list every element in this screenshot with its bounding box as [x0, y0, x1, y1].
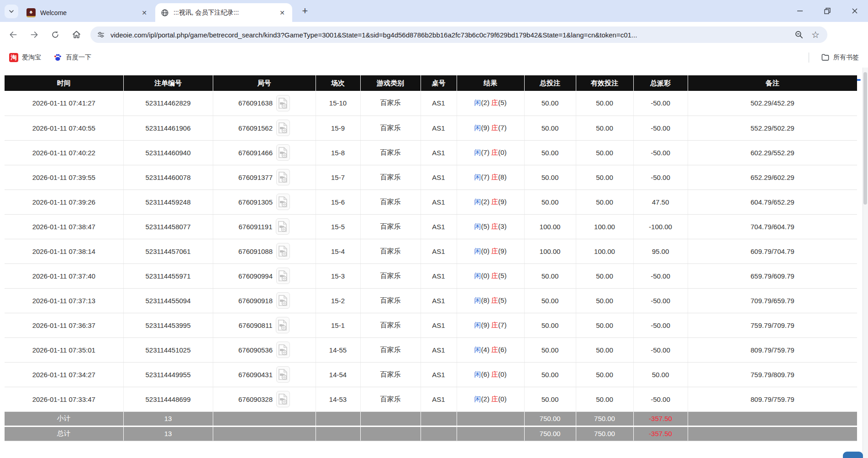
round-no-text: 676091088 — [238, 247, 273, 255]
new-tab-button[interactable]: + — [299, 5, 311, 17]
valid-bet-sum: 750.00 — [576, 426, 633, 441]
cell-total-bet: 50.00 — [524, 140, 576, 165]
result-player-score: (8) — [481, 296, 492, 304]
home-button[interactable] — [68, 27, 84, 42]
result-banker-score: (7) — [498, 124, 506, 132]
site-settings-icon[interactable] — [97, 31, 105, 39]
round-no-wrap: 676091191 — [239, 218, 290, 235]
result-player-label: 闲 — [474, 395, 481, 403]
column-header: 游戏类别 — [360, 75, 421, 91]
bookmark-star-button[interactable]: ☆ — [810, 29, 821, 40]
round-no-text: 676091638 — [238, 99, 273, 107]
url-omnibox[interactable]: videoie.com/ipl/portal.php/game/betrecor… — [90, 26, 827, 43]
column-header: 桌号 — [421, 75, 457, 91]
cell-order-no: 523114457061 — [123, 239, 213, 263]
result-banker-score: (8) — [498, 173, 506, 181]
round-no-text: 676091466 — [238, 149, 273, 157]
cell-note: 604.79/652.29 — [688, 190, 857, 214]
forward-button[interactable] — [26, 27, 42, 42]
result-player-label: 闲 — [474, 247, 481, 255]
result-player-score: (2) — [481, 99, 492, 106]
video-replay-button[interactable] — [276, 317, 289, 333]
result-banker-label: 庄 — [491, 148, 498, 156]
cell-result: 闲(2) 庄(5) — [457, 91, 524, 116]
round-no-text: 676091305 — [238, 198, 273, 206]
video-replay-button[interactable] — [276, 144, 290, 161]
cell-order-no: 523114453995 — [123, 313, 213, 337]
video-replay-button[interactable] — [276, 292, 290, 309]
grandtotal-row: 总计13750.00750.00-357.50 — [5, 426, 857, 441]
minimize-button[interactable] — [794, 5, 806, 17]
result-player-label: 闲 — [474, 173, 481, 181]
video-replay-button[interactable] — [276, 268, 290, 284]
result-banker-score: (5) — [498, 272, 506, 279]
cell-table-no: AS1 — [421, 313, 457, 337]
result-player-label: 闲 — [474, 272, 481, 279]
cell-table-no: AS1 — [421, 91, 457, 116]
tab-title: :::视讯, 会员下注纪录::: — [174, 9, 273, 17]
table-footer: 小计13750.00750.00-357.50总计13750.00750.00-… — [5, 411, 857, 441]
video-replay-button[interactable] — [276, 169, 290, 185]
result-player-label: 闲 — [474, 124, 481, 132]
zoom-indicator-button[interactable] — [794, 29, 805, 40]
tab-search-button[interactable] — [5, 5, 18, 18]
valid-bet-sum: 750.00 — [576, 411, 633, 426]
restore-icon — [824, 8, 831, 14]
total-count: 13 — [123, 426, 213, 441]
cell-result: 闲(5) 庄(3) — [457, 214, 524, 239]
tab-close-icon[interactable]: ✕ — [140, 8, 149, 17]
scrollbar-thumb[interactable] — [863, 72, 867, 205]
cell-session: 15-10 — [316, 91, 360, 116]
back-button[interactable] — [5, 27, 21, 42]
video-replay-icon — [278, 97, 288, 109]
cell-order-no: 523114451025 — [123, 337, 213, 362]
globe-icon — [161, 9, 169, 17]
tab-bet-record[interactable]: :::视讯, 会员下注纪录::: ✕ — [155, 3, 292, 22]
table-row: 2026-01-11 07:36:37523114453995676090811… — [5, 313, 857, 337]
video-replay-button[interactable] — [276, 194, 290, 210]
result-player-score: (9) — [481, 124, 492, 132]
result-banker-score: (9) — [498, 247, 506, 255]
cell-payout: -50.00 — [633, 313, 688, 337]
video-replay-icon — [278, 393, 288, 405]
cell-round-no: 676091377 — [213, 165, 316, 190]
video-replay-button[interactable] — [276, 391, 290, 407]
cell-total-bet: 50.00 — [524, 190, 576, 214]
total-empty-cell — [688, 426, 857, 441]
cell-order-no: 523114448699 — [123, 387, 213, 411]
table-row: 2026-01-11 07:37:40523114455971676090994… — [5, 263, 857, 288]
all-bookmarks-button[interactable]: 所有书签 — [818, 51, 862, 63]
result-banker-label: 庄 — [491, 395, 498, 403]
video-replay-button[interactable] — [276, 120, 290, 136]
reload-button[interactable] — [47, 27, 63, 42]
url-text[interactable]: videoie.com/ipl/portal.php/game/betrecor… — [110, 31, 788, 39]
total-label: 小计 — [5, 411, 123, 426]
cell-time: 2026-01-11 07:41:27 — [5, 91, 123, 116]
video-replay-button[interactable] — [276, 95, 290, 111]
tab-close-icon[interactable]: ✕ — [278, 8, 287, 17]
cell-game-type: 百家乐 — [360, 116, 421, 140]
cell-note: 809.79/759.79 — [688, 387, 857, 411]
cell-table-no: AS1 — [421, 214, 457, 239]
video-replay-button[interactable] — [276, 243, 290, 259]
cell-time: 2026-01-11 07:37:13 — [5, 288, 123, 313]
restore-button[interactable] — [821, 5, 833, 17]
payout-sum: -357.50 — [633, 426, 688, 441]
home-icon — [72, 30, 81, 39]
back-to-top-button[interactable] — [843, 452, 863, 458]
result-banker-label: 庄 — [491, 370, 498, 378]
cell-payout: -50.00 — [633, 140, 688, 165]
round-no-wrap: 676090536 — [238, 342, 290, 358]
close-window-button[interactable] — [849, 5, 861, 17]
video-replay-icon — [278, 221, 288, 232]
bookmark-taobao[interactable]: 淘 爱淘宝 — [6, 51, 44, 64]
video-replay-button[interactable] — [276, 366, 290, 383]
cell-round-no: 676090811 — [213, 313, 316, 337]
video-replay-button[interactable] — [276, 218, 289, 235]
star-icon: ☆ — [811, 29, 820, 40]
bookmark-baidu[interactable]: 百度一下 — [50, 51, 94, 64]
video-replay-button[interactable] — [276, 342, 290, 358]
cell-session: 15-5 — [316, 214, 360, 239]
tab-welcome[interactable]: ♠ Welcome ✕ — [21, 3, 154, 22]
result-banker-score: (9) — [498, 198, 506, 205]
